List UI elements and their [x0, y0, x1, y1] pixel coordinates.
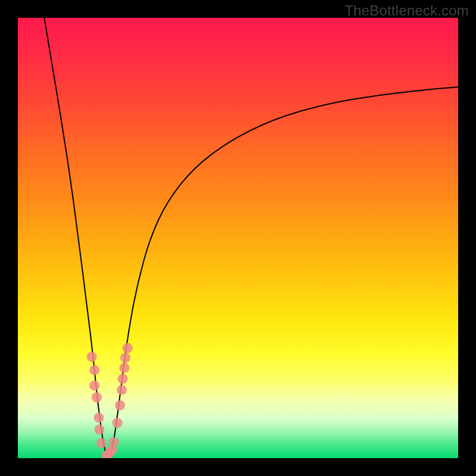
marker-dot [94, 412, 104, 422]
marker-dot [94, 424, 104, 434]
chart-frame: TheBottleneck.com [0, 0, 476, 476]
marker-dot [89, 380, 99, 390]
marker-dot [117, 385, 127, 395]
marker-dot [112, 418, 123, 428]
marker-dot [118, 374, 128, 384]
marker-dot [120, 363, 130, 373]
watermark-text: TheBottleneck.com [345, 2, 469, 19]
marker-dot [115, 400, 125, 411]
marker-dot [92, 392, 102, 402]
plot-area [18, 18, 458, 458]
reference-points [87, 343, 133, 458]
marker-dot [109, 437, 119, 447]
curve-layer [18, 18, 458, 458]
bottleneck-curve [44, 18, 458, 456]
marker-dot [89, 365, 99, 375]
marker-dot [123, 343, 133, 353]
marker-dot [120, 353, 130, 363]
marker-dot [87, 352, 97, 362]
marker-dot [96, 438, 107, 448]
